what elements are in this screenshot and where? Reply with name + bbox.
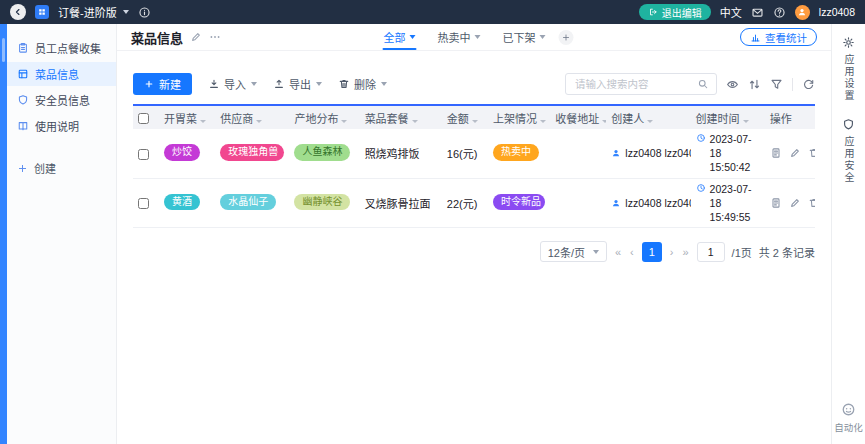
tab-all[interactable]: 全部 [375, 24, 425, 50]
prev-page-button[interactable]: ‹ [629, 246, 635, 258]
tab-hot-selling[interactable]: 热卖中 [429, 24, 490, 50]
amount-value: 16(元) [447, 148, 478, 160]
filter-funnel-icon[interactable] [770, 78, 783, 91]
right-sidebar: 应用设置 应用安全 自动化 [831, 24, 865, 444]
dish-name: 叉烧豚骨拉面 [365, 198, 431, 210]
help-icon[interactable] [773, 6, 786, 19]
delete-row-icon[interactable] [808, 197, 815, 209]
detail-icon[interactable] [770, 197, 782, 209]
select-all-checkbox[interactable] [138, 113, 149, 124]
table-row[interactable]: 炒饺 玫瑰独角兽 人鱼森林 照烧鸡排饭 16(元) 热卖中 lzz0408 lz… [133, 129, 815, 178]
delete-button[interactable]: 删除 [338, 76, 387, 92]
chevron-down-icon [540, 35, 546, 39]
export-button[interactable]: 导出 [273, 76, 322, 92]
topbar: 订餐-进阶版 退出编辑 中文 lzz0408 [0, 0, 865, 24]
page-size-label: 12条/页 [548, 244, 585, 260]
sort-icon[interactable] [748, 78, 761, 91]
created-time: 2023-07-18 15:50:42 [710, 132, 760, 175]
automation-item[interactable]: 自动化 [834, 402, 863, 434]
import-button[interactable]: 导入 [208, 76, 257, 92]
mail-icon[interactable] [751, 6, 764, 19]
created-time: 2023-07-18 15:49:55 [710, 182, 760, 225]
more-icon[interactable] [209, 31, 221, 43]
sidebar-item-order-collect[interactable]: 员工点餐收集 [7, 36, 116, 60]
chevron-down-icon [475, 35, 481, 39]
new-record-button[interactable]: 新建 [133, 73, 192, 95]
row-checkbox[interactable] [138, 149, 149, 160]
sidebar-item-instructions[interactable]: 使用说明 [7, 114, 116, 138]
col-listing-status[interactable]: 上架情况 [488, 105, 550, 129]
sort-caret-icon [743, 120, 749, 123]
sidebar-item-label: 使用说明 [35, 118, 79, 134]
export-icon [273, 78, 285, 90]
col-creator[interactable]: 创建人 [606, 105, 690, 129]
new-record-label: 新建 [159, 76, 181, 92]
table-row[interactable]: 黄酒 水晶仙子 幽静峡谷 叉烧豚骨拉面 22(元) 时令新品 lzz0408 l… [133, 178, 815, 228]
sidebar-create-button[interactable]: 创建 [7, 156, 116, 180]
row-select-cell [133, 129, 159, 178]
page-size-select[interactable]: 12条/页 [540, 241, 607, 262]
records-count-label: 共 2 条记录 [759, 244, 815, 260]
chevron-down-icon [251, 82, 257, 86]
clipboard-icon [17, 42, 29, 54]
nav-strip[interactable] [0, 24, 7, 444]
delete-row-icon[interactable] [808, 147, 815, 159]
pagination: 12条/页 « ‹ 1 › » /1页 共 2 条记录 [133, 241, 815, 262]
back-button[interactable] [10, 4, 26, 20]
shield-icon [842, 118, 855, 131]
sort-caret-icon [412, 120, 418, 123]
origin-badge: 人鱼森林 [294, 144, 350, 161]
plus-icon [144, 79, 154, 89]
plus-icon [17, 163, 28, 174]
first-page-button[interactable]: « [614, 246, 622, 258]
clock-icon [696, 133, 706, 143]
current-page-button[interactable]: 1 [642, 242, 662, 262]
edit-icon[interactable] [789, 147, 801, 159]
exit-edit-label: 退出编辑 [662, 5, 702, 20]
content-area: 新建 导入 导出 删除 [117, 51, 831, 444]
col-label: 产地分布 [294, 113, 338, 125]
tab-delisted[interactable]: 已下架 [494, 24, 555, 50]
exit-edit-button[interactable]: 退出编辑 [639, 4, 711, 20]
view-statistics-button[interactable]: 查看统计 [740, 28, 817, 46]
app-settings-item[interactable]: 应用设置 [841, 36, 856, 102]
edit-icon[interactable] [789, 197, 801, 209]
col-origin[interactable]: 产地分布 [289, 105, 359, 129]
col-amount[interactable]: 金额 [442, 105, 488, 129]
book-icon [17, 120, 29, 132]
edit-title-icon[interactable] [190, 31, 202, 43]
detail-icon[interactable] [770, 147, 782, 159]
created-time-cell: 2023-07-18 15:49:55 [696, 182, 760, 225]
search-input[interactable] [573, 77, 692, 91]
hide-fields-eye-icon[interactable] [726, 78, 739, 91]
search-icon[interactable] [697, 78, 709, 90]
col-dish-set[interactable]: 菜品套餐 [360, 105, 442, 129]
last-page-button[interactable]: » [681, 246, 689, 258]
col-label: 菜品套餐 [365, 113, 409, 125]
col-created-time[interactable]: 创建时间 [691, 105, 765, 129]
next-page-button[interactable]: › [669, 246, 675, 258]
sidebar-create-label: 创建 [34, 160, 56, 176]
page-jump-input[interactable] [697, 242, 725, 262]
col-label: 操作 [770, 113, 792, 125]
app-info-icon[interactable] [138, 6, 151, 19]
row-checkbox[interactable] [138, 198, 149, 209]
row-operations [770, 147, 810, 159]
col-supplier[interactable]: 供应商 [215, 105, 289, 129]
refresh-icon[interactable] [802, 78, 815, 91]
col-label: 开胃菜 [164, 113, 197, 125]
col-label: 上架情况 [493, 113, 537, 125]
username[interactable]: lzz0408 [819, 6, 855, 18]
status-badge: 时令新品 [493, 194, 545, 211]
avatar[interactable] [795, 5, 810, 20]
add-view-button[interactable] [559, 30, 574, 45]
app-title-menu[interactable]: 订餐-进阶版 [58, 4, 129, 20]
sidebar-item-safety-officer[interactable]: 安全员信息 [7, 88, 116, 112]
row-select-cell [133, 178, 159, 228]
col-address[interactable]: 收餐地址 [550, 105, 606, 129]
sort-caret-icon [602, 120, 606, 123]
language-switch[interactable]: 中文 [720, 4, 742, 20]
app-security-item[interactable]: 应用安全 [841, 118, 856, 184]
sidebar-item-dish-info[interactable]: 菜品信息 [7, 62, 116, 86]
col-appetizer[interactable]: 开胃菜 [159, 105, 215, 129]
